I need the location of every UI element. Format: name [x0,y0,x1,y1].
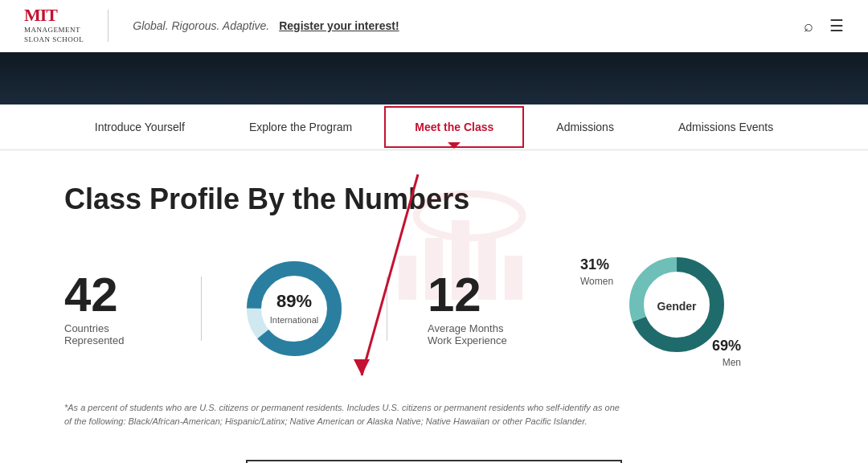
international-pct: 89% [270,291,319,312]
work-exp-number: 12 [428,271,481,319]
women-pct: 31% [580,256,609,272]
header-tagline-area: Global. Rigorous. Adaptive. Register you… [133,18,399,33]
nav-tabs: Introduce Yourself Explore the Program M… [0,104,868,150]
tab-explore[interactable]: Explore the Program [217,104,384,150]
register-link[interactable]: Register your interest! [279,19,399,32]
logo-area: MIT MANAGEMENTSLOAN SCHOOL Global. Rigor… [24,6,399,44]
header: MIT MANAGEMENTSLOAN SCHOOL Global. Rigor… [0,0,868,52]
stat-divider-1 [201,277,202,341]
women-label: Women [580,276,613,287]
stat-international: 89% International [242,256,346,361]
footnote: *As a percent of students who are U.S. c… [64,401,627,428]
men-pct: 69% [712,338,741,354]
stats-row: 42 Countries Represented 89% Internation… [64,248,804,369]
gender-center-label: Gender [657,300,696,313]
hamburger-icon: ☰ [829,17,844,35]
stat-divider-2 [387,277,387,341]
tab-meet-the-class[interactable]: Meet the Class [384,106,524,148]
search-button[interactable]: ⌕ [804,17,813,35]
women-label-group: 31% Women [580,256,613,288]
menu-button[interactable]: ☰ [829,16,844,35]
men-label-group: 69% Men [712,338,741,369]
men-label: Men [723,357,741,368]
tagline-text: Global. Rigorous. Adaptive. [133,19,269,32]
header-icons: ⌕ ☰ [804,16,844,35]
international-label: International [270,315,319,325]
stat-gender: 31% Women Gender 69% Men [580,248,741,369]
school-name: MANAGEMENTSLOAN SCHOOL [24,26,84,44]
tab-events[interactable]: Admissions Events [646,104,805,150]
international-donut-label: 89% International [270,291,319,326]
main-content: Class Profile By the Numbers 42 Countrie… [0,150,868,463]
countries-number: 42 [64,271,118,319]
logo-divider [108,10,108,42]
stat-countries: 42 Countries Represented [64,271,161,346]
stat-work-exp: 12 Average Months Work Experience [428,271,532,346]
mit-text: MIT [24,6,84,24]
work-exp-label: Average Months Work Experience [428,322,507,346]
tab-introduce[interactable]: Introduce Yourself [63,104,217,150]
view-profile-button[interactable]: VIEW CLASS PROFILE INFORMATION → [246,460,622,463]
hero-banner [0,52,868,104]
mit-logo: MIT MANAGEMENTSLOAN SCHOOL [24,6,84,44]
countries-label: Countries Represented [64,322,124,346]
search-icon: ⌕ [804,17,813,35]
gender-chart-area: 31% Women Gender 69% Men [580,248,741,369]
tab-admissions[interactable]: Admissions [524,104,646,150]
cta-section: VIEW CLASS PROFILE INFORMATION → [64,452,804,463]
